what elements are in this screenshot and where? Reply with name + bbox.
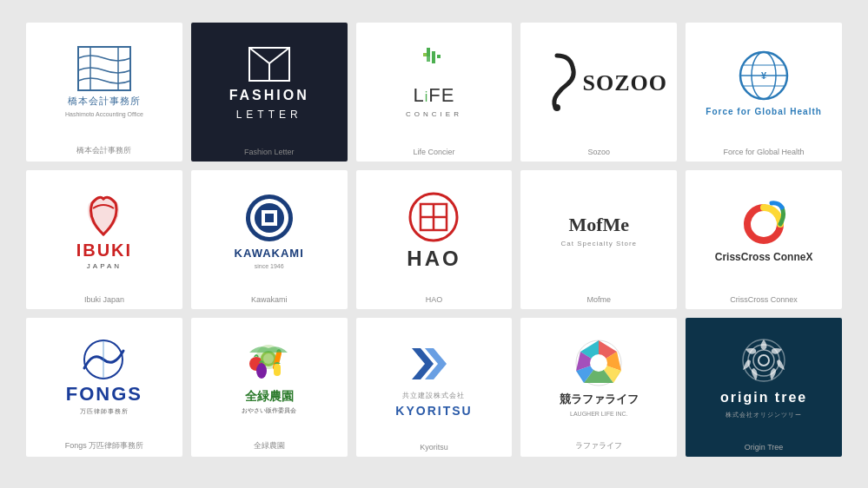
logo-kyoritsu: 共立建設株式会社 KYORITSU xyxy=(395,340,472,418)
laugher-sub: LAUGHER LIFE INC. xyxy=(570,411,628,417)
svg-point-13 xyxy=(553,104,560,111)
svg-point-42 xyxy=(753,350,774,371)
svg-text:¥: ¥ xyxy=(761,70,767,81)
kyoritsu-kanji: 共立建設株式会社 xyxy=(402,391,465,400)
fashion-sub: LETTER xyxy=(236,109,302,121)
logo-criss: CrissCross ConneX xyxy=(715,199,813,263)
card-label-sozoo: Sozoo xyxy=(520,143,677,162)
svg-rect-10 xyxy=(437,55,441,58)
force-text: Force for Global Health xyxy=(706,107,822,116)
ibuki-sub: JAPAN xyxy=(87,262,122,270)
card-laugher[interactable]: 競ラファライフ LAUGHER LIFE INC. ラファライフ xyxy=(520,318,677,457)
card-ibuki[interactable]: IBUKI JAPAN Ibuki Japan xyxy=(26,170,182,309)
svg-point-43 xyxy=(759,355,769,366)
card-kyoritsu[interactable]: 共立建設株式会社 KYORITSU Kyoritsu xyxy=(356,318,513,457)
kyoritsu-text: KYORITSU xyxy=(395,404,472,418)
kawakami-text: KAWAKAMI xyxy=(235,247,304,260)
svg-point-33 xyxy=(263,353,274,364)
zenryoku-text: 全緑農園 xyxy=(245,389,294,405)
logo-sozoo xyxy=(531,51,583,115)
svg-rect-8 xyxy=(432,51,435,56)
card-label-force: Force for Global Health xyxy=(686,143,842,162)
svg-rect-7 xyxy=(427,48,430,56)
card-label-criss: CrissCross Connex xyxy=(686,291,842,309)
logo-zenryoku: 全緑農園 おやさい販作委員会 xyxy=(241,340,297,415)
ibuki-text: IBUKI xyxy=(76,241,132,260)
logo-hashimoto: 橋本会計事務所 Hashimoto Accounting Office xyxy=(65,46,143,117)
mofme-text: MofMe xyxy=(568,214,629,236)
fashion-name: FASHION xyxy=(229,88,309,103)
logo-hao: HAO xyxy=(407,191,461,271)
life-text-fe: FE xyxy=(428,84,454,107)
card-label-laugher: ラファライフ xyxy=(520,436,677,457)
gallery-row-3: FONGS 万匹律師事務所 Fongs 万匹律師事務所 xyxy=(26,318,842,457)
logo-fashion: FASHION LETTER xyxy=(229,46,309,121)
svg-line-5 xyxy=(269,48,289,63)
card-label-life: Life Concier xyxy=(356,143,513,162)
card-mofme[interactable]: MofMe Cat Specialty Store Mofme xyxy=(520,170,677,309)
card-origin[interactable]: origin tree 株式会社オリジンツリー Origin Tree xyxy=(686,318,842,457)
card-zenryoku[interactable]: 全緑農園 おやさい販作委員会 全緑農園 xyxy=(191,318,348,457)
card-label-fashion: Fashion Letter xyxy=(191,143,348,162)
logo-force: ¥ Force for Global Health xyxy=(706,49,822,116)
logo-life: L i FE CONCIER xyxy=(406,48,462,118)
card-criss[interactable]: CrissCross ConneX CrissCross Connex xyxy=(686,170,842,309)
card-life[interactable]: L i FE CONCIER Life Concier xyxy=(356,23,513,162)
card-sozoo[interactable]: SOZOO Sozoo xyxy=(520,23,677,162)
origin-text: origin tree xyxy=(720,390,807,406)
life-sub: CONCIER xyxy=(406,110,462,118)
zenryoku-sub: おやさい販作委員会 xyxy=(242,406,296,415)
svg-point-34 xyxy=(256,363,267,379)
card-label-kawakami: Kawakami xyxy=(191,291,348,309)
sozoo-text: SOZOO xyxy=(583,70,667,96)
card-label-origin: Origin Tree xyxy=(686,439,842,457)
card-label-zenryoku: 全緑農園 xyxy=(191,436,348,457)
logo-mofme: MofMe Cat Specialty Store xyxy=(561,214,637,247)
hashimoto-sub: Hashimoto Accounting Office xyxy=(65,111,143,117)
card-label-mofme: Mofme xyxy=(520,291,677,309)
svg-point-39 xyxy=(590,354,607,372)
life-text-l: L xyxy=(414,84,425,107)
svg-rect-11 xyxy=(427,56,430,62)
fongs-sub: 万匹律師事務所 xyxy=(80,407,129,416)
fongs-text: FONGS xyxy=(66,383,142,406)
card-label-hashimoto: 橋本会計事務所 xyxy=(26,141,182,162)
logo-fongs: FONGS 万匹律師事務所 xyxy=(66,338,142,416)
gallery-row-1: 橋本会計事務所 Hashimoto Accounting Office 橋本会計… xyxy=(26,23,842,162)
logo-kawakami: KAWAKAMI since 1946 xyxy=(235,193,304,269)
gallery-row-2: IBUKI JAPAN Ibuki Japan KAWAKAMI xyxy=(26,170,842,309)
card-hashimoto[interactable]: 橋本会計事務所 Hashimoto Accounting Office 橋本会計… xyxy=(26,23,182,162)
logo-origin: origin tree 株式会社オリジンツリー xyxy=(720,337,807,419)
hao-text: HAO xyxy=(407,247,461,271)
card-label-hao: HAO xyxy=(356,291,513,309)
logo-ibuki: IBUKI JAPAN xyxy=(76,191,132,270)
card-force[interactable]: ¥ Force for Global Health Force for Glob… xyxy=(686,23,842,162)
svg-rect-12 xyxy=(432,56,435,63)
svg-rect-35 xyxy=(274,364,281,376)
card-kawakami[interactable]: KAWAKAMI since 1946 Kawakami xyxy=(191,170,348,309)
svg-rect-9 xyxy=(423,53,427,56)
card-fashion[interactable]: FASHION LETTER Fashion Letter xyxy=(191,23,348,162)
hashimoto-name: 橋本会計事務所 xyxy=(68,95,141,108)
mofme-sub: Cat Specialty Store xyxy=(561,240,637,247)
card-hao[interactable]: HAO HAO xyxy=(356,170,513,309)
criss-text: CrissCross ConneX xyxy=(715,251,813,263)
origin-sub: 株式会社オリジンツリー xyxy=(726,411,802,419)
card-label-fongs: Fongs 万匹律師事務所 xyxy=(26,436,182,457)
kawakami-sub: since 1946 xyxy=(255,263,284,269)
svg-line-4 xyxy=(249,48,269,63)
svg-rect-24 xyxy=(265,214,274,222)
logo-gallery: 橋本会計事務所 Hashimoto Accounting Office 橋本会計… xyxy=(0,5,868,483)
card-label-kyoritsu: Kyoritsu xyxy=(356,439,513,457)
laugher-kanji: 競ラファライフ xyxy=(560,392,639,407)
card-fongs[interactable]: FONGS 万匹律師事務所 Fongs 万匹律師事務所 xyxy=(26,318,182,457)
logo-laugher: 競ラファライフ LAUGHER LIFE INC. xyxy=(560,338,639,417)
card-label-ibuki: Ibuki Japan xyxy=(26,291,182,309)
